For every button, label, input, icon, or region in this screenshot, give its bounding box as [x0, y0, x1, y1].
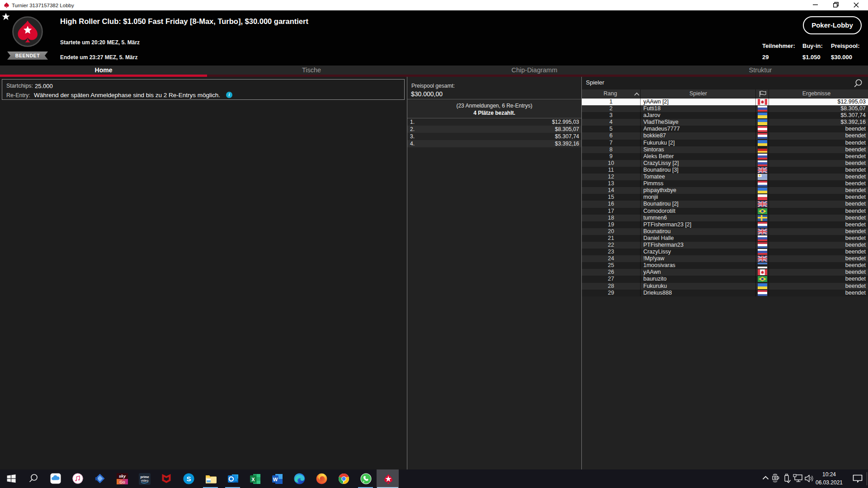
- svg-text:W: W: [273, 477, 278, 482]
- svg-text:video: video: [141, 479, 148, 482]
- svg-text:S: S: [186, 475, 191, 483]
- svg-text:Go: Go: [119, 480, 125, 484]
- svg-text:sky: sky: [118, 474, 126, 479]
- svg-text:X: X: [251, 477, 255, 482]
